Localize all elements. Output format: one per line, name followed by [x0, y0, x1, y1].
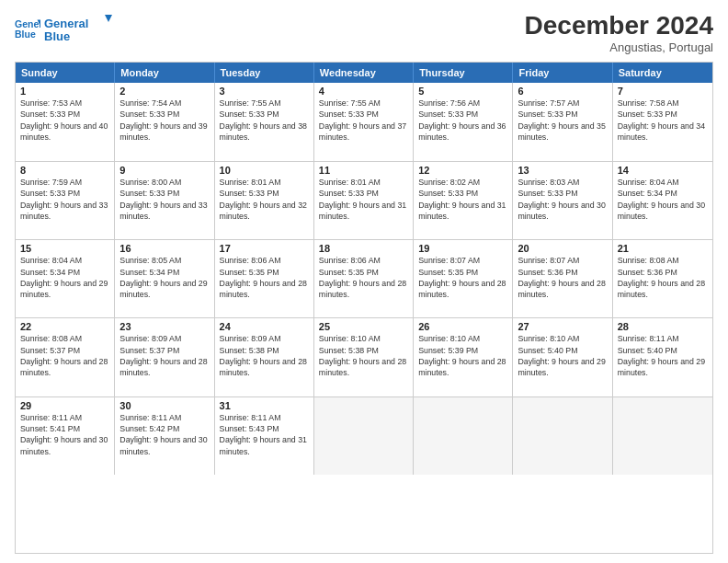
calendar-cell [513, 397, 612, 475]
day-info: Sunrise: 8:11 AMSunset: 5:41 PMDaylight:… [20, 412, 109, 457]
day-number: 3 [220, 86, 309, 97]
calendar-cell: 4 Sunrise: 7:55 AMSunset: 5:33 PMDayligh… [314, 83, 414, 161]
calendar-cell: 19 Sunrise: 8:07 AMSunset: 5:35 PMDaylig… [414, 240, 513, 317]
logo-svg: General Blue [44, 13, 118, 46]
weekday-header: Tuesday [215, 63, 314, 83]
calendar-cell: 26 Sunrise: 8:10 AMSunset: 5:39 PMDaylig… [414, 318, 513, 396]
calendar-cell: 12 Sunrise: 8:02 AMSunset: 5:33 PMDaylig… [414, 162, 513, 239]
day-number: 5 [418, 86, 507, 97]
day-info: Sunrise: 7:59 AMSunset: 5:33 PMDaylight:… [20, 177, 109, 222]
main-container: General Blue General Blue December 2024 … [0, 0, 728, 563]
day-number: 16 [119, 243, 209, 254]
svg-marker-4 [105, 15, 112, 22]
calendar-cell: 5 Sunrise: 7:56 AMSunset: 5:33 PMDayligh… [414, 83, 513, 161]
calendar-cell: 15 Sunrise: 8:04 AMSunset: 5:34 PMDaylig… [16, 240, 115, 317]
month-title: December 2024 [525, 13, 713, 39]
calendar-cell: 14 Sunrise: 8:04 AMSunset: 5:34 PMDaylig… [613, 162, 712, 239]
day-number: 21 [618, 243, 708, 254]
calendar-cell: 17 Sunrise: 8:06 AMSunset: 5:35 PMDaylig… [215, 240, 314, 317]
day-number: 20 [518, 243, 607, 254]
day-info: Sunrise: 7:53 AMSunset: 5:33 PMDaylight:… [20, 98, 109, 143]
weekday-header: Wednesday [314, 63, 414, 83]
calendar-row-3: 15 Sunrise: 8:04 AMSunset: 5:34 PMDaylig… [16, 239, 712, 317]
calendar-cell: 11 Sunrise: 8:01 AMSunset: 5:33 PMDaylig… [314, 162, 414, 239]
day-info: Sunrise: 8:04 AMSunset: 5:34 PMDaylight:… [618, 177, 708, 222]
day-info: Sunrise: 8:07 AMSunset: 5:35 PMDaylight:… [418, 255, 507, 300]
location: Angustias, Portugal [525, 40, 713, 54]
day-number: 17 [220, 243, 309, 254]
svg-text:Blue: Blue [44, 29, 70, 43]
calendar-cell: 21 Sunrise: 8:08 AMSunset: 5:36 PMDaylig… [613, 240, 712, 317]
day-info: Sunrise: 8:09 AMSunset: 5:37 PMDaylight:… [119, 333, 209, 378]
calendar-cell: 27 Sunrise: 8:10 AMSunset: 5:40 PMDaylig… [513, 318, 612, 396]
day-number: 14 [618, 165, 708, 176]
calendar-cell: 10 Sunrise: 8:01 AMSunset: 5:33 PMDaylig… [215, 162, 314, 239]
calendar-body: 1 Sunrise: 7:53 AMSunset: 5:33 PMDayligh… [16, 83, 712, 553]
calendar-cell: 1 Sunrise: 7:53 AMSunset: 5:33 PMDayligh… [16, 83, 115, 161]
day-info: Sunrise: 7:57 AMSunset: 5:33 PMDaylight:… [518, 98, 607, 143]
day-info: Sunrise: 8:03 AMSunset: 5:33 PMDaylight:… [518, 177, 607, 222]
svg-text:Blue: Blue [15, 29, 36, 40]
day-number: 1 [20, 86, 109, 97]
calendar-row-2: 8 Sunrise: 7:59 AMSunset: 5:33 PMDayligh… [16, 161, 712, 239]
day-number: 8 [20, 165, 109, 176]
day-number: 15 [20, 243, 109, 254]
calendar-cell [314, 397, 414, 475]
calendar-cell: 13 Sunrise: 8:03 AMSunset: 5:33 PMDaylig… [513, 162, 612, 239]
day-number: 11 [319, 165, 408, 176]
calendar-cell: 2 Sunrise: 7:54 AMSunset: 5:33 PMDayligh… [115, 83, 214, 161]
day-number: 12 [418, 165, 507, 176]
calendar-cell: 22 Sunrise: 8:08 AMSunset: 5:37 PMDaylig… [16, 318, 115, 396]
calendar-cell: 28 Sunrise: 8:11 AMSunset: 5:40 PMDaylig… [613, 318, 712, 396]
calendar-cell: 30 Sunrise: 8:11 AMSunset: 5:42 PMDaylig… [115, 397, 214, 475]
day-info: Sunrise: 7:56 AMSunset: 5:33 PMDaylight:… [418, 98, 507, 143]
day-info: Sunrise: 8:10 AMSunset: 5:40 PMDaylight:… [518, 333, 607, 378]
calendar-cell: 31 Sunrise: 8:11 AMSunset: 5:43 PMDaylig… [215, 397, 314, 475]
day-info: Sunrise: 8:11 AMSunset: 5:42 PMDaylight:… [119, 412, 209, 457]
calendar-cell: 9 Sunrise: 8:00 AMSunset: 5:33 PMDayligh… [115, 162, 214, 239]
day-info: Sunrise: 8:09 AMSunset: 5:38 PMDaylight:… [220, 333, 309, 378]
calendar-cell [613, 397, 712, 475]
day-info: Sunrise: 8:08 AMSunset: 5:36 PMDaylight:… [618, 255, 708, 300]
title-area: December 2024 Angustias, Portugal [525, 13, 713, 54]
calendar-cell [414, 397, 513, 475]
calendar: SundayMondayTuesdayWednesdayThursdayFrid… [15, 62, 713, 554]
day-info: Sunrise: 7:55 AMSunset: 5:33 PMDaylight:… [319, 98, 408, 143]
day-number: 2 [119, 86, 209, 97]
day-number: 22 [20, 321, 109, 332]
weekday-header: Thursday [414, 63, 513, 83]
day-info: Sunrise: 8:06 AMSunset: 5:35 PMDaylight:… [319, 255, 408, 300]
day-number: 26 [418, 321, 507, 332]
weekday-header: Saturday [613, 63, 712, 83]
calendar-cell: 29 Sunrise: 8:11 AMSunset: 5:41 PMDaylig… [16, 397, 115, 475]
calendar-cell: 16 Sunrise: 8:05 AMSunset: 5:34 PMDaylig… [115, 240, 214, 317]
day-info: Sunrise: 8:07 AMSunset: 5:36 PMDaylight:… [518, 255, 607, 300]
day-info: Sunrise: 7:58 AMSunset: 5:33 PMDaylight:… [618, 98, 708, 143]
weekday-header: Monday [115, 63, 214, 83]
calendar-cell: 24 Sunrise: 8:09 AMSunset: 5:38 PMDaylig… [215, 318, 314, 396]
day-info: Sunrise: 8:11 AMSunset: 5:43 PMDaylight:… [220, 412, 309, 457]
header: General Blue General Blue December 2024 … [15, 13, 713, 54]
calendar-row-5: 29 Sunrise: 8:11 AMSunset: 5:41 PMDaylig… [16, 396, 712, 475]
day-number: 19 [418, 243, 507, 254]
day-number: 13 [518, 165, 607, 176]
day-info: Sunrise: 7:55 AMSunset: 5:33 PMDaylight:… [220, 98, 309, 143]
calendar-cell: 23 Sunrise: 8:09 AMSunset: 5:37 PMDaylig… [115, 318, 214, 396]
calendar-row-1: 1 Sunrise: 7:53 AMSunset: 5:33 PMDayligh… [16, 83, 712, 161]
calendar-cell: 25 Sunrise: 8:10 AMSunset: 5:38 PMDaylig… [314, 318, 414, 396]
logo: General Blue General Blue [15, 13, 118, 46]
day-number: 7 [618, 86, 708, 97]
day-number: 18 [319, 243, 408, 254]
day-number: 25 [319, 321, 408, 332]
day-number: 29 [20, 400, 109, 411]
calendar-header: SundayMondayTuesdayWednesdayThursdayFrid… [16, 63, 712, 83]
calendar-row-4: 22 Sunrise: 8:08 AMSunset: 5:37 PMDaylig… [16, 317, 712, 396]
day-info: Sunrise: 8:01 AMSunset: 5:33 PMDaylight:… [319, 177, 408, 222]
day-number: 27 [518, 321, 607, 332]
day-info: Sunrise: 8:02 AMSunset: 5:33 PMDaylight:… [418, 177, 507, 222]
day-info: Sunrise: 8:05 AMSunset: 5:34 PMDaylight:… [119, 255, 209, 300]
day-number: 10 [220, 165, 309, 176]
weekday-header: Sunday [16, 63, 115, 83]
day-number: 31 [220, 400, 309, 411]
day-number: 9 [119, 165, 209, 176]
